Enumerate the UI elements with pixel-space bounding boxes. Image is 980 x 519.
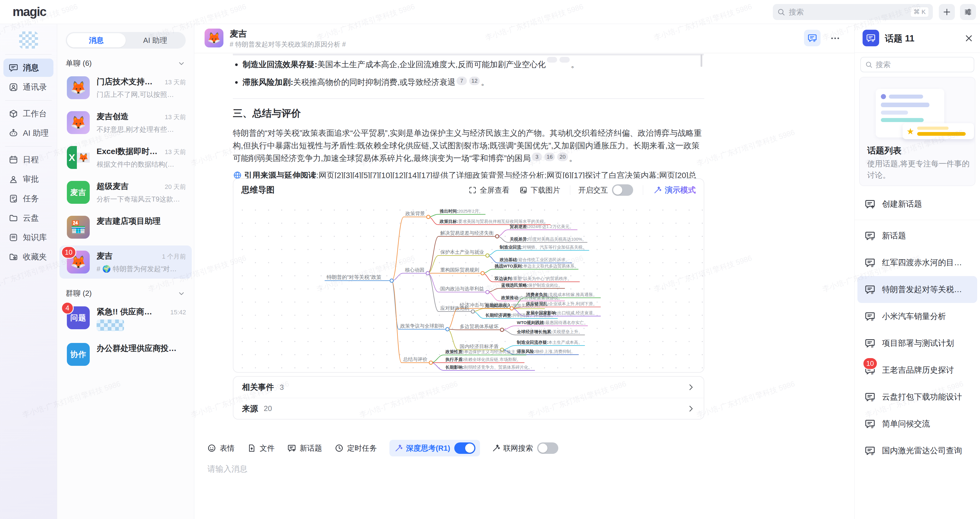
svg-text:供应链混乱:企业成本上升,利润下滑。: 供应链混乱:企业成本上升,利润下滑。 [526, 301, 597, 306]
citation-pill[interactable]: 20 [557, 153, 568, 161]
svg-text:#: # [871, 398, 874, 403]
chat-list-item[interactable]: 🦊麦吉创造13 天前不好意思,刚才处理有些… [59, 106, 192, 139]
svg-text:政策争议与全球影响: 政策争议与全球影响 [400, 323, 444, 329]
chat-avatar[interactable]: 🦊 [205, 29, 223, 48]
more-button[interactable] [828, 33, 842, 44]
citation-pill[interactable]: 3 [532, 153, 542, 161]
sidebar-item-book[interactable]: 知识库 [3, 228, 53, 247]
citation-pill[interactable] [559, 57, 570, 62]
chat-item-title: 超级麦吉 [97, 181, 161, 192]
fullscreen-button[interactable]: 全屏查看 [468, 185, 509, 195]
topic-label: 王老吉品牌历史探讨 [882, 365, 954, 376]
sidebar-item-label: 工作台 [23, 108, 47, 119]
sidebar-item-calendar[interactable]: 日程 [3, 151, 53, 169]
section-header[interactable]: 群聊 (2) [66, 288, 185, 298]
web-search-toggle-group[interactable]: 联网搜索 [492, 443, 558, 454]
section-header[interactable]: 单聊 (6) [66, 58, 185, 68]
workspace-avatar[interactable] [19, 32, 38, 49]
related-events-row[interactable]: 相关事件 3 [234, 377, 704, 398]
mindmap-canvas[interactable]: 特朗普的“对等关税”政策政策背景推出时间:2025年2月。政策目标:要求美国与贸… [234, 201, 704, 373]
sidebar-item-favfolder[interactable]: 收藏夹 [3, 248, 53, 266]
topic-item[interactable]: #新话题 [858, 222, 977, 249]
mindmap-title: 思维导图 [242, 184, 458, 196]
chat-item-time: 13 天前 [165, 148, 186, 156]
topic-item[interactable]: #云盘打包下载功能设计 [858, 384, 977, 411]
svg-text:政策性质:单边保护主义与经济民族主义。: 政策性质:单边保护主义与经济民族主义。 [445, 349, 524, 354]
topic-item[interactable]: #特朗普发起对等关税… [858, 276, 977, 303]
topic-item[interactable]: 10#王老吉品牌历史探讨 [858, 357, 977, 384]
topics-toggle-button[interactable]: # [804, 30, 821, 46]
topics-search-input[interactable]: 搜索 [860, 57, 974, 72]
close-icon[interactable] [964, 33, 974, 43]
image-download-icon [519, 186, 528, 194]
tab-ai-assistant[interactable]: AI 助理 [126, 33, 185, 48]
present-mode-button[interactable]: 演示模式 [653, 185, 696, 195]
file-tool-button[interactable]: 文件 [247, 443, 275, 453]
chat-list-item[interactable]: 10🦊麦吉1 个月前# 🌍 特朗普为何发起“对… [59, 245, 192, 279]
sources-row[interactable]: 来源 20 [234, 398, 704, 419]
deep-think-toggle-group[interactable]: 深度思考(R1) [390, 440, 480, 457]
add-button[interactable] [939, 4, 955, 20]
top-bar: magic 搜索 ⌘ K [0, 0, 980, 24]
chat-list-item[interactable]: 🦊门店技术支持…13 天前门店上不了网,可以按照… [59, 71, 192, 104]
sidebar-item-folder[interactable]: 云盘 [3, 209, 53, 227]
topic-bubble-icon: # [807, 33, 818, 43]
chat-list-item[interactable]: 4问题紧急!! 供应商…15:42 [59, 301, 192, 336]
svg-text:#: # [871, 236, 874, 241]
svg-text:滞胀风险:物价上涨,消费抑制。: 滞胀风险:物价上涨,消费抑制。 [517, 349, 575, 354]
chat-item-preview: # 🌍 特朗普为何发起“对… [97, 264, 186, 274]
svg-text:政治基础:迎合传统工业区选民诉求。: 政治基础:迎合传统工业区选民诉求。 [500, 257, 570, 262]
sidebar-item-contacts[interactable]: 通讯录 [3, 78, 53, 96]
chat-list-item[interactable]: 🏪麦吉建店项目助理 [59, 211, 192, 244]
magic-wand-icon [653, 185, 662, 194]
svg-text:解决贸易逆差与经济失衡: 解决贸易逆差与经济失衡 [440, 230, 494, 236]
deep-think-toggle[interactable] [454, 443, 476, 454]
cube-icon [9, 109, 18, 119]
topic-label: 国内激光雷达公司查询 [882, 445, 962, 456]
web-search-toggle[interactable] [537, 443, 558, 454]
topic-item[interactable]: #小米汽车销量分析 [858, 303, 977, 330]
chat-item-preview: 不好意思,刚才处理有些… [97, 125, 186, 134]
smile-tool-button[interactable]: 表情 [207, 443, 235, 453]
bubbleplus-tool-button[interactable]: 新话题 [287, 443, 322, 453]
create-topic-button[interactable]: 创建新话题 [858, 191, 977, 218]
message-input[interactable]: 请输入消息 [207, 463, 854, 474]
chevron-down-icon [177, 290, 185, 298]
clock-tool-button[interactable]: 定时任务 [334, 443, 377, 453]
download-image-button[interactable]: 下载图片 [519, 185, 560, 195]
topic-item[interactable]: #红军四渡赤水河的目… [858, 249, 977, 276]
topic-label: 特朗普发起对等关税… [882, 284, 962, 295]
citation-pill[interactable] [547, 57, 557, 62]
topics-header: # 话题 11 [854, 24, 980, 53]
sidebar-item-chat[interactable]: 消息 [3, 59, 53, 77]
plus-icon [942, 8, 951, 17]
mindmap-graphic: 特朗普的“对等关税”政策政策背景推出时间:2025年2月。政策目标:要求美国与贸… [234, 201, 704, 373]
topic-item[interactable]: #国内激光雷达公司查询 [858, 437, 977, 464]
citation-pill[interactable]: 7 [457, 76, 467, 85]
topic-bubble-icon: # [864, 418, 876, 430]
sidebar-item-cube[interactable]: 工作台 [3, 105, 53, 123]
sidebar-item-tasks[interactable]: 任务 [3, 189, 53, 208]
chat-list-item[interactable]: X🦊Excel数据即时…13 天前根据文件中的数据结构(… [59, 141, 192, 174]
sidebar-item-robot[interactable]: AI 助理 [3, 124, 53, 142]
tab-messages[interactable]: 消息 [67, 33, 126, 48]
settings-button[interactable] [960, 4, 976, 20]
topic-item[interactable]: #项目部署与测试计划 [858, 330, 977, 357]
chat-list-item[interactable]: 麦吉超级麦吉20 天前分析一下奇瑞风云T9这款… [59, 176, 192, 209]
svg-text:#: # [871, 263, 874, 268]
chat-item-title: Excel数据即时… [97, 146, 161, 157]
topic-bubble-icon: # [864, 284, 876, 295]
global-search-input[interactable]: 搜索 ⌘ K [773, 4, 933, 20]
svg-text:多边贸易体系破坏: 多边贸易体系破坏 [460, 324, 499, 329]
chat-item-preview: 门店上不了网,可以按照… [97, 90, 186, 99]
citation-pill[interactable]: 12 [469, 76, 480, 85]
interact-toggle[interactable] [612, 184, 633, 196]
svg-text:特朗普的“对等关税”政策: 特朗普的“对等关税”政策 [326, 274, 382, 280]
citation-pill[interactable]: 16 [544, 153, 555, 161]
chat-list-item[interactable]: 协作办公群处理供应商投… [59, 338, 192, 371]
conversation-panel: 🦊 麦吉 # 特朗普发起对等关税政策的原因分析 # # 制造业回流效果存疑:美国… [194, 24, 854, 519]
sidebar-item-approve[interactable]: 审批 [3, 170, 53, 188]
topic-label: 项目部署与测试计划 [882, 338, 954, 349]
topic-item[interactable]: #简单问候交流 [858, 411, 977, 437]
svg-text:#: # [872, 38, 874, 43]
